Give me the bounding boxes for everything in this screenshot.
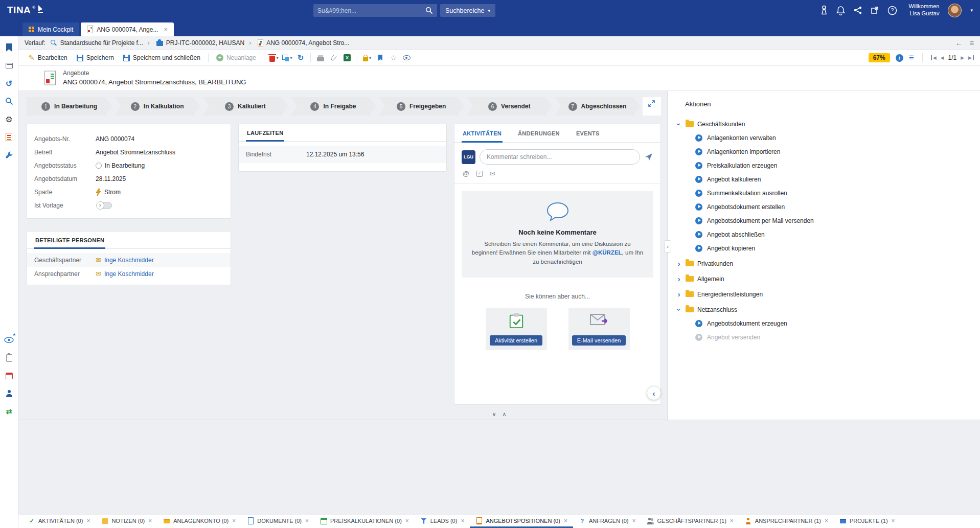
person-link[interactable]: Inge Koschmidder xyxy=(104,257,154,264)
first-page-icon[interactable] xyxy=(931,55,937,60)
calendar-icon[interactable] xyxy=(4,371,14,381)
tab-mein-cockpit[interactable]: Mein Cockpit xyxy=(22,22,79,36)
create-activity-button[interactable]: Aktivität erstellen xyxy=(490,335,542,346)
template-toggle[interactable] xyxy=(97,202,112,209)
watch-button[interactable] xyxy=(401,52,413,63)
tab-record-ang-0000074[interactable]: ANG 0000074, Ange... xyxy=(81,22,174,36)
bottom-tab[interactable]: GESCHÄFTSPARTNER (1) xyxy=(642,515,739,528)
user-avatar[interactable] xyxy=(948,4,962,17)
help-icon[interactable]: ? xyxy=(887,6,897,15)
action-item[interactable]: Anlagenkonten verwalten xyxy=(695,131,980,145)
clipboard-icon[interactable] xyxy=(4,353,14,363)
close-icon[interactable] xyxy=(305,517,309,524)
chess-piece-icon[interactable] xyxy=(821,5,828,15)
action-item[interactable]: Anlagenkonten importieren xyxy=(695,145,980,158)
bookmark-icon[interactable] xyxy=(4,42,14,53)
open-external-icon[interactable] xyxy=(871,6,879,14)
process-step[interactable]: 5 Freigegeben xyxy=(379,97,464,116)
search-list-icon[interactable] xyxy=(4,96,14,106)
next-page-icon[interactable] xyxy=(961,55,964,60)
close-icon[interactable] xyxy=(461,517,464,524)
bottom-tab[interactable]: NOTIZEN (0) xyxy=(96,515,157,528)
share-icon[interactable] xyxy=(854,6,862,14)
attachment-button[interactable] xyxy=(328,52,340,63)
breadcrumb-menu-icon[interactable]: ≡ xyxy=(970,39,974,47)
previous-page-icon[interactable] xyxy=(941,55,944,60)
close-icon[interactable] xyxy=(148,517,152,524)
close-icon[interactable] xyxy=(632,517,636,524)
mention-link[interactable]: @KÜRZEL xyxy=(592,249,622,256)
windows-stack-icon[interactable] xyxy=(4,60,14,71)
breadcrumb-item[interactable]: ANG 0000074, Angebot Stro... xyxy=(249,39,349,47)
actions-group-row[interactable]: Energiedienstleistungen xyxy=(676,287,980,301)
send-email-button[interactable]: E-Mail versenden xyxy=(572,335,626,346)
duplicate-button[interactable]: ▾ xyxy=(281,52,293,63)
activity-tab[interactable]: EVENTS xyxy=(575,124,601,143)
history-icon[interactable]: ↺ xyxy=(4,78,14,88)
close-icon[interactable] xyxy=(405,517,409,524)
last-page-icon[interactable] xyxy=(968,55,974,60)
action-item[interactable]: Summenkalkulation ausrollen xyxy=(695,186,980,200)
process-step[interactable]: 2 In Kalkulation xyxy=(115,97,200,116)
save-button[interactable]: Speichern xyxy=(73,53,118,63)
user-menu-chevron-icon[interactable]: ▾ xyxy=(970,8,973,13)
panel-expand-handle[interactable] xyxy=(664,240,671,252)
close-icon[interactable] xyxy=(892,517,895,524)
action-item[interactable]: Preiskalkulation erzeugen xyxy=(695,158,980,172)
lock-button[interactable]: ▾ xyxy=(361,52,373,63)
person-document-icon[interactable] xyxy=(4,388,14,399)
task-check-icon[interactable] xyxy=(476,171,483,177)
close-icon[interactable] xyxy=(232,517,236,524)
colored-document-icon[interactable] xyxy=(4,132,14,142)
flag-button[interactable] xyxy=(374,52,386,63)
create-activity-card[interactable]: Aktivität erstellen xyxy=(486,308,547,350)
bottom-tab[interactable]: LEADS (0) xyxy=(415,515,470,528)
process-step[interactable]: 7 Abgeschlossen xyxy=(555,97,640,116)
bottom-tab[interactable]: ANSPRECHPARTNER (1) xyxy=(739,515,834,528)
action-item[interactable]: Angebotsdokument erzeugen xyxy=(695,316,980,330)
action-item[interactable]: Angebotsdokument per Mail versenden xyxy=(695,214,980,227)
bottom-tab[interactable]: ANGEBOTSPOSITIONEN (0) xyxy=(470,515,573,528)
action-item[interactable]: Angebot kopieren xyxy=(695,241,980,255)
new-record-button[interactable]: Neuanlage xyxy=(212,53,260,63)
print-button[interactable] xyxy=(314,52,327,63)
bottom-tab[interactable]: PREISKALKULATIONEN (0) xyxy=(314,515,415,528)
favorite-button[interactable]: ☆ xyxy=(388,52,400,63)
section-title[interactable]: BETEILIGTE PERSONEN xyxy=(34,232,105,249)
collapse-strip-icon[interactable] xyxy=(648,100,655,107)
action-item[interactable]: Angebotsdokument erstellen xyxy=(695,200,980,214)
mention-at-icon[interactable] xyxy=(463,170,469,177)
excel-export-button[interactable] xyxy=(341,52,353,63)
notifications-bell-icon[interactable] xyxy=(836,6,845,15)
search-input[interactable] xyxy=(317,7,425,14)
breadcrumb-item[interactable]: Standardsuche für Projekte f... xyxy=(50,39,143,47)
close-tab-icon[interactable] xyxy=(164,26,168,33)
search-icon[interactable] xyxy=(425,7,433,14)
bottom-tab[interactable]: ANLAGENKONTO (0) xyxy=(157,515,241,528)
process-step[interactable]: 6 Versendet xyxy=(467,97,552,116)
close-icon[interactable] xyxy=(564,517,567,524)
search-scope-dropdown[interactable]: Suchbereiche ▾ xyxy=(440,4,495,17)
app-logo[interactable]: TINA ® xyxy=(7,5,44,16)
mail-icon[interactable] xyxy=(490,170,495,177)
process-step[interactable]: 3 Kalkuliert xyxy=(202,97,288,116)
sync-arrows-icon[interactable]: ⇄ xyxy=(4,406,14,417)
wrench-icon[interactable] xyxy=(4,150,14,160)
refresh-button[interactable]: ↻ xyxy=(294,52,307,63)
breadcrumb-item[interactable]: PRJ-ITC-0000002, HAUSAN xyxy=(148,39,244,47)
bottom-tab[interactable]: DOKUMENTE (0) xyxy=(241,515,314,528)
person-link[interactable]: Inge Koschmidder xyxy=(104,270,154,278)
bottom-tab[interactable]: AKTIVITÄTEN (0) xyxy=(22,515,96,528)
close-icon[interactable] xyxy=(86,517,90,524)
back-arrow-icon[interactable]: ← xyxy=(955,39,963,47)
actions-group-row[interactable]: Geschäftskunden xyxy=(676,117,980,131)
settings-gear-icon[interactable]: ⚙ xyxy=(4,114,14,124)
bottom-tab[interactable]: ANFRAGEN (0) xyxy=(573,515,642,528)
action-item[interactable]: Angebot kalkulieren xyxy=(695,172,980,186)
close-icon[interactable] xyxy=(730,517,734,524)
process-step[interactable]: 4 In Freigabe xyxy=(290,97,376,116)
expand-up-icon[interactable] xyxy=(503,411,507,418)
send-icon[interactable] xyxy=(644,152,653,162)
edit-button[interactable]: ✎ Bearbeiten xyxy=(25,52,72,63)
actions-group-row[interactable]: Privatkunden xyxy=(676,257,980,270)
